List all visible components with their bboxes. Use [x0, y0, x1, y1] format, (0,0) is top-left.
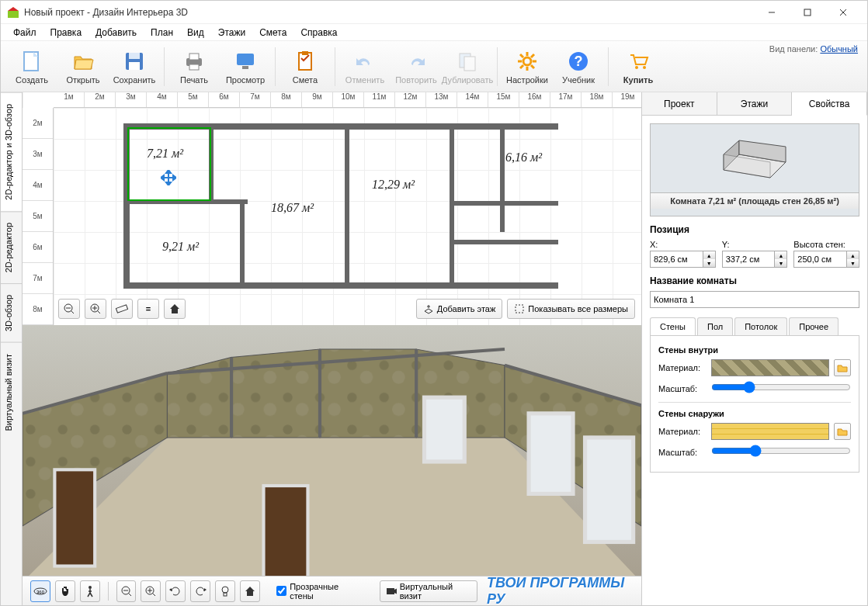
- duplicate-button[interactable]: Дублировать: [444, 43, 491, 90]
- svg-point-31: [635, 66, 638, 69]
- svg-line-40: [71, 310, 74, 313]
- minimize-button[interactable]: [754, 1, 790, 24]
- virtual-visit-button[interactable]: Виртуальный визит: [380, 580, 477, 602]
- preview-button[interactable]: Просмотр: [222, 43, 269, 90]
- menu-file[interactable]: Файл: [7, 26, 43, 40]
- ruler-button[interactable]: [111, 299, 133, 319]
- h-up[interactable]: ▲: [847, 251, 859, 259]
- svg-rect-50: [516, 305, 523, 313]
- outside-material-browse[interactable]: [834, 423, 851, 440]
- menu-add[interactable]: Добавить: [89, 26, 143, 40]
- subtab-floor[interactable]: Пол: [697, 317, 733, 335]
- rotate-ccw-button[interactable]: [165, 580, 186, 602]
- menu-edit[interactable]: Правка: [44, 26, 89, 40]
- printer-icon: [182, 49, 207, 74]
- svg-marker-86: [245, 587, 255, 596]
- zoom-out-3d-button[interactable]: [116, 580, 137, 602]
- y-up[interactable]: ▲: [775, 251, 786, 259]
- inside-scale-slider[interactable]: [711, 381, 851, 396]
- selected-room-outline[interactable]: [127, 127, 211, 201]
- undo-icon: [352, 49, 377, 74]
- estimate-button[interactable]: Смета: [282, 43, 328, 90]
- tutorial-button[interactable]: ?Учебник: [555, 43, 602, 90]
- svg-rect-17: [302, 51, 308, 55]
- side-tabs: 2D-редактор и 3D-обзор 2D-редактор 3D-об…: [1, 92, 23, 605]
- menu-help[interactable]: Справка: [294, 26, 343, 40]
- zoom-in-button[interactable]: [85, 299, 106, 319]
- canvas-2d[interactable]: 1м2м3м4м5м6м7м8м9м10м11м12м13м14м15м16м1…: [23, 92, 641, 325]
- save-button[interactable]: Сохранить: [111, 43, 158, 90]
- menu-view[interactable]: Вид: [181, 26, 210, 40]
- zoom-in-3d-button[interactable]: [141, 580, 161, 602]
- subtab-walls[interactable]: Стены: [650, 317, 696, 335]
- canvas-2d-tools-right: Добавить этаж Показывать все размеры: [416, 299, 635, 319]
- tab-2d-3d-editor[interactable]: 2D-редактор и 3D-обзор: [1, 92, 22, 211]
- x-input[interactable]: ▲▼: [650, 251, 716, 268]
- rotate-cw-button[interactable]: [190, 580, 210, 602]
- view-360-button[interactable]: 360: [30, 580, 50, 602]
- menu-estimate[interactable]: Смета: [253, 26, 293, 40]
- panel-mode-label: Вид панели: Обычный: [769, 44, 858, 54]
- editor-area: 1м2м3м4м5м6м7м8м9м10м11м12м13м14м15м16м1…: [23, 92, 642, 605]
- tab-2d-editor[interactable]: 2D-редактор: [1, 211, 22, 283]
- menu-floors[interactable]: Этажи: [212, 26, 252, 40]
- svg-rect-65: [585, 438, 634, 542]
- open-button[interactable]: Открыть: [60, 43, 106, 90]
- zoom-out-button[interactable]: [58, 299, 80, 319]
- watermark: ТВОИ ПРОГРАММЫ РУ: [487, 575, 634, 607]
- panel-mode-link[interactable]: Обычный: [820, 44, 858, 54]
- svg-rect-87: [387, 588, 394, 594]
- pan-button[interactable]: [55, 580, 75, 602]
- close-button[interactable]: [825, 1, 861, 24]
- duplicate-icon: [455, 49, 480, 74]
- show-all-sizes-button[interactable]: Показывать все размеры: [507, 299, 635, 319]
- wall-height-label: Высота стен:: [793, 240, 859, 249]
- svg-point-20: [523, 57, 531, 65]
- svg-rect-13: [189, 64, 199, 70]
- x-label: X:: [650, 240, 716, 249]
- maximize-button[interactable]: [790, 1, 825, 24]
- home-3d-button[interactable]: [240, 580, 260, 602]
- y-down[interactable]: ▼: [775, 259, 786, 267]
- undo-button[interactable]: Отменить: [342, 43, 388, 90]
- svg-line-76: [128, 593, 131, 596]
- y-input[interactable]: ▲▼: [722, 251, 788, 268]
- room-area-2: 6,16 м²: [505, 151, 542, 164]
- svg-line-79: [152, 593, 155, 596]
- print-button[interactable]: Печать: [171, 43, 217, 90]
- inside-material-browse[interactable]: [834, 359, 851, 376]
- equal-button[interactable]: =: [137, 299, 159, 319]
- x-down[interactable]: ▼: [703, 259, 715, 267]
- floorplan[interactable]: 7,21 м² 6,16 м² 12,29 м² 18,67 м² 9,21 м…: [123, 123, 589, 294]
- subtab-ceiling[interactable]: Потолок: [734, 317, 787, 335]
- tab-project[interactable]: Проект: [642, 92, 717, 115]
- svg-point-32: [643, 66, 646, 69]
- tab-3d-view[interactable]: 3D-обзор: [1, 283, 22, 342]
- buy-button[interactable]: Купить: [615, 43, 661, 90]
- svg-rect-14: [237, 54, 254, 65]
- tab-virtual-visit[interactable]: Виртуальный визит: [1, 342, 22, 442]
- app-icon: [7, 6, 19, 19]
- walk-button[interactable]: [80, 580, 100, 602]
- canvas-3d[interactable]: [23, 325, 641, 576]
- home-button[interactable]: [164, 299, 186, 319]
- outside-material-swatch[interactable]: [711, 423, 829, 440]
- right-panel: Проект Этажи Свойства Комната 7,21 м² (п…: [642, 92, 867, 605]
- inside-material-swatch[interactable]: [711, 359, 829, 376]
- h-down[interactable]: ▼: [847, 259, 859, 267]
- outside-scale-slider[interactable]: [711, 445, 851, 459]
- tab-floors[interactable]: Этажи: [717, 92, 793, 115]
- add-floor-button[interactable]: Добавить этаж: [416, 299, 502, 319]
- menu-plan[interactable]: План: [144, 26, 179, 40]
- settings-button[interactable]: Настройки: [504, 43, 550, 90]
- transparent-walls-checkbox[interactable]: Прозрачные стены: [276, 582, 357, 601]
- redo-button[interactable]: Повторить: [393, 43, 439, 90]
- wall-height-input[interactable]: ▲▼: [793, 251, 859, 268]
- subtab-other[interactable]: Прочее: [789, 317, 838, 335]
- x-up[interactable]: ▲: [703, 251, 715, 259]
- create-button[interactable]: Создать: [9, 43, 55, 90]
- room-name-input[interactable]: [650, 291, 859, 308]
- tab-properties[interactable]: Свойства: [792, 92, 867, 116]
- svg-text:?: ?: [575, 54, 583, 69]
- light-button[interactable]: [215, 580, 235, 602]
